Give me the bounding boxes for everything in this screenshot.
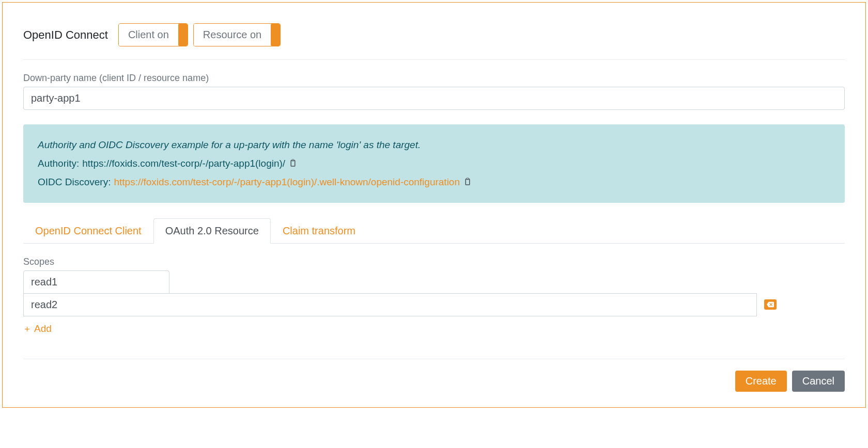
tab-oauth-resource[interactable]: OAuth 2.0 Resource <box>153 218 271 244</box>
header-row: OpenID Connect Client on Resource on <box>23 23 845 60</box>
info-intro: Authority and OIDC Discovery example for… <box>38 136 830 154</box>
clipboard-icon[interactable] <box>463 173 472 191</box>
authority-url: https://foxids.com/test-corp/-/party-app… <box>82 154 285 173</box>
scope-row <box>23 293 845 316</box>
scopes-list <box>23 270 845 316</box>
toggle-handle-icon <box>178 24 188 46</box>
panel-inner: OpenID Connect Client on Resource on Dow… <box>3 3 865 407</box>
scopes-section: Scopes Add <box>23 257 845 335</box>
client-toggle-label: Client on <box>119 24 178 46</box>
name-input[interactable] <box>23 87 845 110</box>
authority-line: Authority: https://foxids.com/test-corp/… <box>38 154 830 173</box>
add-scope-button[interactable]: Add <box>23 323 52 334</box>
footer: Create Cancel <box>23 359 845 392</box>
name-field-label: Down-party name (client ID / resource na… <box>23 73 845 84</box>
tab-claim-transform[interactable]: Claim transform <box>271 218 367 244</box>
info-box: Authority and OIDC Discovery example for… <box>23 124 845 203</box>
client-toggle[interactable]: Client on <box>118 23 188 46</box>
create-button[interactable]: Create <box>735 371 787 392</box>
clipboard-icon[interactable] <box>288 154 298 173</box>
toggle-handle-icon <box>271 24 280 46</box>
scope-input[interactable] <box>23 293 757 316</box>
tabs: OpenID Connect Client OAuth 2.0 Resource… <box>23 218 845 244</box>
delete-scope-button[interactable] <box>764 299 777 310</box>
panel-outer: OpenID Connect Client on Resource on Dow… <box>2 2 866 408</box>
delete-icon <box>767 301 774 308</box>
resource-toggle-label: Resource on <box>194 24 271 46</box>
authority-label: Authority: <box>38 154 79 173</box>
page-title: OpenID Connect <box>23 28 108 42</box>
tab-openid-client[interactable]: OpenID Connect Client <box>23 218 153 244</box>
plus-icon <box>23 325 31 333</box>
resource-toggle[interactable]: Resource on <box>193 23 281 46</box>
discovery-line: OIDC Discovery: https://foxids.com/test-… <box>38 173 830 191</box>
scope-input[interactable] <box>23 270 169 294</box>
add-scope-label: Add <box>34 323 52 334</box>
scopes-label: Scopes <box>23 257 845 267</box>
discovery-label: OIDC Discovery: <box>38 173 111 191</box>
name-field-section: Down-party name (client ID / resource na… <box>23 73 845 110</box>
cancel-button[interactable]: Cancel <box>792 371 845 392</box>
discovery-link[interactable]: https://foxids.com/test-corp/-/party-app… <box>114 173 460 191</box>
